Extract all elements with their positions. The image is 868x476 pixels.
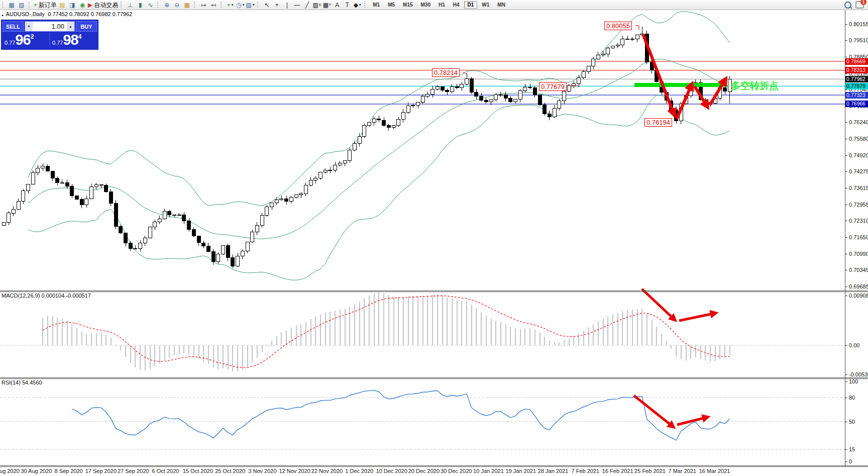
volume-up-button[interactable]: ▲ <box>67 22 74 31</box>
crosshair-icon[interactable]: + <box>272 1 281 9</box>
timeframe-m1-button[interactable]: M1 <box>369 1 383 9</box>
sell-button[interactable]: SELL <box>3 21 24 32</box>
sell-price-display[interactable]: 0.77962 <box>3 33 49 48</box>
bar-chart-icon[interactable]: ⊥ <box>126 1 135 9</box>
tile-windows-icon[interactable]: ▦ <box>182 1 191 9</box>
buy-price-display[interactable]: 0.77984 <box>49 33 97 48</box>
toolbar-grip <box>257 2 260 8</box>
collapse-icon[interactable]: ▴ <box>2 13 4 17</box>
autotrading-icon[interactable]: ▶自动交易 <box>88 1 118 9</box>
chevron-down-icon[interactable]: ▾ <box>253 1 255 9</box>
reversal-note-text: 多空转折点 <box>731 79 779 92</box>
cursor-icon[interactable]: ↖ <box>262 1 271 9</box>
date-axis-label[interactable]: 25 Oct 2020 <box>215 468 245 474</box>
volume-down-button[interactable]: ▼ <box>25 22 33 31</box>
text-label-icon[interactable]: T <box>343 1 352 9</box>
date-axis-label[interactable]: 3 Nov 2020 <box>248 468 276 474</box>
date-axis-label[interactable]: 16 Feb 2021 <box>602 468 633 474</box>
price-callout-0.80055[interactable]: 0.80055 <box>604 22 632 30</box>
date-axis-label[interactable]: 30 Aug 2020 <box>21 468 52 474</box>
date-axis-label[interactable]: 20 Dec 2020 <box>408 468 440 474</box>
buy-button[interactable]: BUY <box>76 21 97 32</box>
trend-arrow[interactable] <box>677 84 692 119</box>
chart-shift-icon[interactable]: ↤ <box>209 1 218 9</box>
new-order-icon[interactable]: +新订单 <box>34 1 57 9</box>
toolbar-grip <box>157 2 160 8</box>
date-axis-label[interactable]: 17 Sep 2020 <box>85 468 117 474</box>
timeframe-w1-button[interactable]: W1 <box>478 1 493 9</box>
data-window-icon[interactable]: ◨ <box>68 1 77 9</box>
timeframe-h1-button[interactable]: H1 <box>435 1 449 9</box>
price-axis-tick: 0.72955 <box>849 202 868 208</box>
auto-scroll-icon[interactable]: ↦ <box>199 1 208 9</box>
zoom-out-icon[interactable]: ⊖ <box>172 1 181 9</box>
trendline-icon[interactable]: ╱ <box>302 1 311 9</box>
price-axis-tick: 0.76240 <box>849 119 868 125</box>
templates-icon[interactable]: ▧▾ <box>246 1 255 9</box>
periods-icon[interactable]: ◷▾ <box>236 1 245 9</box>
text-icon[interactable]: A <box>333 1 342 9</box>
crosshair-icon: + <box>275 1 279 9</box>
bar-chart-icon: ⊥ <box>128 1 133 9</box>
date-axis-label[interactable]: 27 Sep 2020 <box>118 468 149 474</box>
date-axis-label[interactable]: 12 Nov 2020 <box>279 468 310 474</box>
sell-price-big: 96 <box>15 32 30 48</box>
trend-arrow[interactable] <box>679 313 715 321</box>
rsi-axis-tick: 80 <box>849 395 855 401</box>
date-axis-label[interactable]: 8 Sep 2020 <box>54 468 82 474</box>
date-axis-label[interactable]: 19 Jan 2021 <box>506 468 536 474</box>
sell-price-sup: 2 <box>31 33 34 40</box>
profiles-icon[interactable]: ▧ <box>17 1 26 9</box>
fibonacci-icon[interactable]: ▦F <box>322 1 332 9</box>
horizontal-line-icon[interactable]: — <box>292 1 301 9</box>
timeframe-h4-button[interactable]: H4 <box>450 1 463 9</box>
timeframe-d1-button[interactable]: D1 <box>464 1 478 9</box>
date-axis-label[interactable]: 16 Mar 2021 <box>699 468 730 474</box>
timeframe-m30-button[interactable]: M30 <box>417 1 434 9</box>
date-axis-label[interactable]: 20 Aug 2020 <box>0 468 20 474</box>
market-watch-icon[interactable]: ▤ <box>58 1 67 9</box>
candlestick-chart-icon[interactable]: ▮ <box>136 1 145 9</box>
trend-arrow[interactable] <box>634 396 673 427</box>
chevron-down-icon[interactable]: ▾ <box>242 1 244 9</box>
price-callout-0.77679[interactable]: 0.77679 <box>539 82 567 91</box>
trend-arrow[interactable] <box>643 34 674 115</box>
new-chart-icon[interactable]: ▦ <box>7 1 16 9</box>
date-axis-label[interactable]: 10 Jan 2021 <box>473 468 504 474</box>
date-axis-label[interactable]: 28 Jan 2021 <box>538 468 569 474</box>
price-callout-0.76194[interactable]: 0.76194 <box>644 118 672 127</box>
reversal-level-bar[interactable] <box>634 83 727 87</box>
date-axis-label[interactable]: 25 Feb 2021 <box>634 468 666 474</box>
date-axis-label[interactable]: 1 Dec 2020 <box>345 468 373 474</box>
timeframe-m15-button[interactable]: M15 <box>399 1 416 9</box>
date-axis-label[interactable]: 30 Dec 2020 <box>441 468 472 474</box>
date-axis-label[interactable]: 15 Oct 2020 <box>183 468 213 474</box>
ohlc-values: 0.77452 0.78092 0.76982 0.77962 <box>48 11 132 17</box>
indicators-icon[interactable]: +▾ <box>226 1 235 9</box>
zoom-in-icon[interactable]: ⊕ <box>162 1 171 9</box>
trend-arrow[interactable] <box>677 417 707 425</box>
date-axis-label[interactable]: 7 Mar 2021 <box>668 468 696 474</box>
date-axis-label[interactable]: 10 Dec 2020 <box>376 468 407 474</box>
chevron-down-icon[interactable]: ▾ <box>359 1 361 9</box>
notification-count-badge: 1 <box>860 0 866 5</box>
candles[interactable] <box>2 27 731 268</box>
price-callout-0.78214[interactable]: 0.78214 <box>432 68 460 77</box>
rsi-axis-tick: 50 <box>849 419 855 425</box>
tile-windows-icon: ▦ <box>184 1 190 9</box>
notifications-icon[interactable]: 1 <box>855 1 864 9</box>
timeframe-mn-button[interactable]: MN <box>494 1 509 9</box>
symbol-period-label: AUDUSD-,Daily <box>6 11 45 17</box>
date-axis-label[interactable]: 6 Oct 2020 <box>152 468 179 474</box>
date-axis-label[interactable]: 22 Nov 2020 <box>311 468 343 474</box>
search-icon[interactable] <box>844 2 851 9</box>
line-chart-icon[interactable]: ∿ <box>146 1 155 9</box>
timeframe-m5-button[interactable]: M5 <box>384 1 398 9</box>
volume-input[interactable]: 1.00 <box>33 22 67 31</box>
date-axis-label[interactable]: 7 Feb 2021 <box>572 468 600 474</box>
vertical-line-icon[interactable]: ∣ <box>282 1 291 9</box>
equidistant-channel-icon[interactable]: ▨E <box>312 1 321 9</box>
arrows-icon[interactable]: ◆▾ <box>353 1 362 9</box>
chevron-down-icon[interactable]: ▾ <box>232 1 234 9</box>
navigator-icon[interactable]: ◉ <box>78 1 87 9</box>
